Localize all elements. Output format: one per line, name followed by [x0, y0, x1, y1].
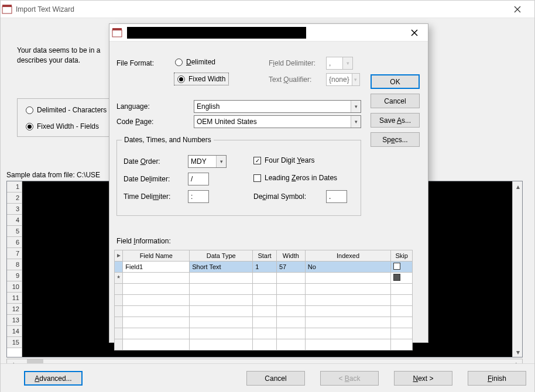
rownum: 7 — [7, 248, 22, 259]
file-format-label: File Format: — [116, 59, 154, 67]
svg-rect-2 — [112, 30, 122, 37]
delimited-radio[interactable] — [175, 59, 183, 66]
field-delimiter-label: Field Delimiter: — [269, 59, 315, 67]
field-information-label: Field Information: — [116, 237, 171, 245]
code-page-select[interactable]: OEM United States▾ — [194, 115, 361, 128]
wizard-button-bar: Advanced... Cancel < Back Next > Finish — [1, 363, 534, 392]
svg-rect-3 — [112, 28, 122, 30]
inner-titlebar — [109, 24, 428, 42]
import-spec-dialog: File Format: Delimited Fixed Width Field… — [109, 23, 428, 343]
row-selector[interactable] — [115, 262, 123, 273]
row-selector-header — [115, 250, 123, 262]
cancel-button[interactable]: Cancel — [246, 371, 305, 386]
vertical-scrollbar[interactable]: ▴ ▾ — [512, 181, 522, 357]
intro-line2: describes your data. — [17, 56, 100, 66]
row-numbers: 1 2 3 4 5 6 7 8 9 10 11 12 13 14 15 — [7, 181, 22, 357]
leading-zeros-row[interactable]: Leading Zeros in Dates — [253, 174, 337, 182]
side-buttons: OK Cancel Save As... Specs... — [371, 74, 420, 147]
language-select[interactable]: English▾ — [194, 100, 361, 113]
scroll-down-icon[interactable]: ▾ — [513, 347, 523, 357]
decimal-symbol-input[interactable]: . — [326, 190, 347, 203]
delimited-radio-row[interactable]: Delimited — [175, 58, 215, 66]
field-delimiter-select: ,▾ — [326, 57, 353, 70]
col-field-name[interactable]: Field Name — [123, 250, 190, 262]
code-page-label: Code Page: — [116, 118, 153, 126]
time-delimiter-label: Time Delimiter: — [124, 192, 170, 201]
rownum: 4 — [7, 215, 22, 226]
redacted-title — [127, 27, 306, 39]
rownum: 13 — [7, 315, 22, 326]
inner-body: File Format: Delimited Fixed Width Field… — [109, 42, 428, 343]
new-row-selector[interactable]: * — [115, 273, 123, 284]
cell-start[interactable]: 1 — [253, 262, 277, 273]
four-digit-years-checkbox[interactable] — [253, 157, 261, 164]
date-delimiter-label: Date Delimiter: — [124, 175, 170, 183]
ok-button[interactable]: OK — [371, 74, 420, 89]
svg-marker-4 — [117, 254, 121, 257]
next-button[interactable]: Next > — [394, 371, 452, 386]
intro-text: Your data seems to be in a describes you… — [17, 46, 100, 66]
save-as-button[interactable]: Save As... — [371, 113, 420, 128]
cell-empty[interactable] — [123, 273, 190, 284]
finish-button[interactable]: Finish — [468, 371, 526, 386]
rownum: 14 — [7, 326, 22, 337]
language-label: Language: — [116, 102, 150, 111]
grid-empty-row — [115, 339, 413, 350]
radio-delimited[interactable] — [26, 106, 33, 114]
advanced-button[interactable]: Advanced... — [24, 371, 83, 386]
four-digit-years-label: Four Digit Years — [265, 156, 314, 164]
chevron-down-icon[interactable]: ▾ — [351, 116, 361, 128]
rownum: 2 — [7, 192, 22, 204]
svg-rect-1 — [2, 5, 12, 7]
cell-skip[interactable] — [391, 273, 413, 284]
cell-width[interactable]: 57 — [276, 262, 305, 273]
outer-title-text: Import Text Wizard — [16, 5, 504, 13]
rownum: 5 — [7, 226, 22, 237]
grid-empty-row — [115, 295, 413, 306]
outer-titlebar: Import Text Wizard — [1, 1, 534, 18]
scroll-up-icon[interactable]: ▴ — [513, 181, 523, 191]
grid-new-row[interactable]: * — [115, 273, 413, 284]
leading-zeros-checkbox[interactable] — [253, 174, 261, 182]
col-data-type[interactable]: Data Type — [190, 250, 253, 262]
skip-checkbox[interactable] — [393, 274, 400, 281]
date-order-select[interactable]: MDY▾ — [188, 155, 227, 168]
radio-fixed[interactable] — [26, 123, 33, 130]
inner-close-button[interactable] — [401, 24, 428, 42]
four-digit-years-row[interactable]: Four Digit Years — [253, 156, 314, 164]
col-skip[interactable]: Skip — [391, 250, 413, 262]
time-delimiter-input[interactable]: : — [188, 190, 209, 203]
back-button: < Back — [320, 371, 379, 386]
rownum: 3 — [7, 204, 22, 215]
fixed-width-radio[interactable] — [177, 75, 185, 83]
rownum: 15 — [7, 337, 22, 348]
chevron-down-icon[interactable]: ▾ — [216, 156, 226, 167]
skip-checkbox[interactable] — [393, 263, 400, 270]
rownum: 10 — [7, 281, 22, 293]
decimal-symbol-label: Decimal Symbol: — [253, 192, 306, 201]
field-info-grid[interactable]: Field Name Data Type Start Width Indexed… — [114, 250, 413, 350]
col-indexed[interactable]: Indexed — [305, 250, 391, 262]
chevron-down-icon: ▾ — [342, 57, 352, 69]
chevron-down-icon: ▾ — [352, 74, 359, 85]
inner-cancel-button[interactable]: Cancel — [371, 94, 420, 108]
cell-indexed[interactable]: No — [305, 262, 391, 273]
date-order-label: Date Order: — [124, 157, 160, 166]
intro-line1: Your data seems to be in a — [17, 46, 100, 56]
specs-button[interactable]: Specs... — [371, 132, 420, 147]
rownum: 9 — [7, 270, 22, 281]
text-qualifier-select: {none}▾ — [326, 73, 360, 86]
col-width[interactable]: Width — [276, 250, 305, 262]
radio-delimited-label: Delimited - Characters — [37, 106, 107, 114]
grid-row[interactable]: Field1 Short Text 1 57 No — [115, 262, 413, 273]
grid-empty-row — [115, 306, 413, 317]
cell-skip[interactable] — [391, 262, 413, 273]
date-delimiter-input[interactable]: / — [188, 173, 209, 185]
cell-data-type[interactable]: Short Text — [190, 262, 253, 273]
grid-empty-row — [115, 284, 413, 295]
fixed-width-radio-row[interactable]: Fixed Width — [175, 74, 228, 84]
outer-close-button[interactable] — [504, 1, 531, 18]
col-start[interactable]: Start — [253, 250, 277, 262]
cell-field-name[interactable]: Field1 — [123, 262, 190, 273]
chevron-down-icon[interactable]: ▾ — [351, 101, 361, 112]
